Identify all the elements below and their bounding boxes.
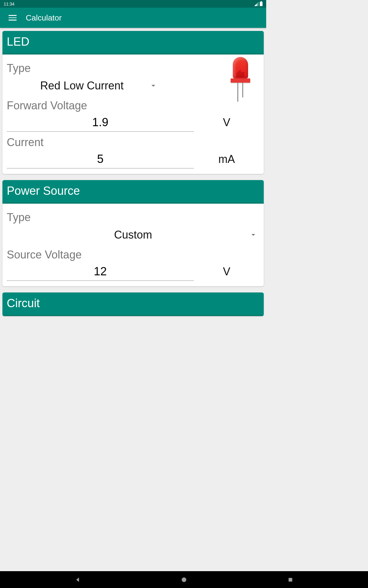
led-icon — [231, 57, 250, 103]
power-type-value: Custom — [7, 228, 259, 241]
card-power-source: Power Source Type Custom Source Voltage … — [2, 180, 264, 286]
led-type-dropdown[interactable]: Red Low Current — [7, 77, 157, 95]
source-voltage-input[interactable] — [7, 263, 194, 281]
status-time: 11:34 — [4, 2, 254, 6]
menu-icon[interactable] — [9, 15, 17, 21]
current-label: Current — [7, 136, 259, 149]
chevron-down-icon — [151, 85, 155, 87]
card-led-header: LED — [2, 31, 264, 55]
battery-icon — [260, 2, 263, 6]
forward-voltage-unit: V — [194, 116, 259, 129]
current-input[interactable] — [7, 151, 194, 168]
power-type-label: Type — [7, 211, 259, 224]
card-circuit: Circuit — [2, 292, 264, 316]
current-unit: mA — [194, 153, 259, 166]
forward-voltage-label: Forward Voltage — [7, 99, 259, 112]
forward-voltage-input[interactable] — [7, 114, 194, 132]
source-voltage-unit: V — [194, 265, 259, 278]
card-power-header: Power Source — [2, 180, 264, 204]
status-bar: 11:34 — [0, 0, 266, 8]
status-icons — [254, 2, 263, 6]
led-type-value: Red Low Current — [7, 79, 157, 92]
chevron-down-icon — [251, 234, 255, 236]
source-voltage-label: Source Voltage — [7, 248, 259, 261]
power-type-dropdown[interactable]: Custom — [7, 226, 259, 244]
cell-signal-icon — [254, 2, 259, 6]
content: LED Type Red Low Current Forward Voltage — [0, 28, 266, 325]
app-bar: Calculator — [0, 8, 266, 28]
app-title: Calculator — [26, 13, 62, 23]
card-led: LED Type Red Low Current Forward Voltage — [2, 31, 264, 174]
card-circuit-header: Circuit — [2, 292, 264, 316]
led-type-label: Type — [7, 62, 259, 75]
